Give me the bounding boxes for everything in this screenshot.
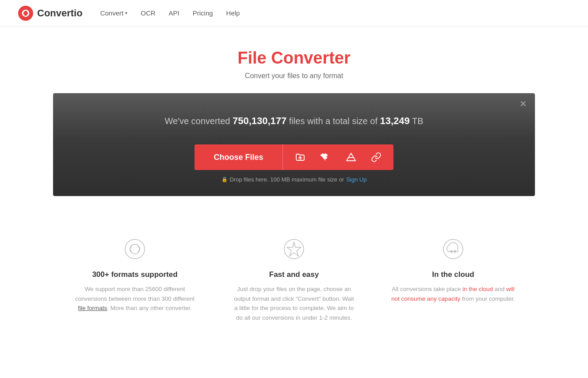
svg-point-3: [125, 239, 145, 259]
feature-fast: Fast and easy Just drop your files on th…: [232, 236, 356, 322]
drop-text: Drop files here. 100 MB maximum file siz…: [230, 176, 344, 183]
stats-size: 13,249: [380, 115, 410, 126]
feature-fast-desc: Just drop your files on the page, choose…: [232, 284, 356, 322]
folder-upload-button[interactable]: [291, 148, 309, 166]
hero-section: File Converter Convert your files to any…: [0, 26, 588, 93]
choose-files-button[interactable]: Choose Files: [195, 144, 283, 170]
choose-btn-row: Choose Files: [195, 144, 393, 170]
signup-link[interactable]: Sign Up: [346, 176, 367, 183]
logo-text: Convertio: [37, 8, 83, 19]
nav-pricing[interactable]: Pricing: [193, 9, 213, 17]
close-button[interactable]: ✕: [519, 99, 527, 108]
logo[interactable]: Convertio: [18, 5, 83, 21]
drop-info: 🔒 Drop files here. 100 MB maximum file s…: [221, 176, 367, 183]
converter-box: ✕ We've converted 750,130,177 files with…: [53, 93, 535, 196]
nav-ocr[interactable]: OCR: [141, 9, 155, 17]
nav-convert[interactable]: Convert ▾: [100, 9, 128, 17]
dropbox-button[interactable]: [317, 148, 334, 166]
feature-formats: 300+ formats supported We support more t…: [73, 236, 197, 322]
main-nav: Convert ▾ OCR API Pricing Help: [100, 9, 240, 17]
hero-subtitle: Convert your files to any format: [9, 72, 579, 80]
cloud-icon: [440, 236, 466, 262]
upload-icon-btns: [283, 144, 393, 170]
url-upload-button[interactable]: [367, 148, 385, 166]
stats-row: We've converted 750,130,177 files with a…: [53, 93, 535, 144]
chevron-down-icon: ▾: [125, 11, 127, 15]
nav-help[interactable]: Help: [226, 9, 240, 17]
logo-icon: [18, 5, 34, 21]
google-drive-button[interactable]: [342, 148, 360, 166]
feature-fast-title: Fast and easy: [232, 270, 356, 279]
feature-cloud-desc: All conversions take place in the cloud …: [391, 284, 515, 303]
svg-marker-5: [287, 242, 301, 256]
svg-point-0: [18, 6, 33, 21]
choose-section: Choose Files: [53, 144, 535, 196]
fast-icon: [281, 236, 307, 262]
feature-formats-desc: We support more than 25600 different con…: [73, 284, 197, 313]
stats-count: 750,130,177: [233, 115, 286, 126]
features-section: 300+ formats supported We support more t…: [29, 218, 559, 349]
feature-cloud: In the cloud All conversions take place …: [391, 236, 515, 322]
lock-icon: 🔒: [221, 177, 228, 182]
page-title: File Converter: [9, 49, 579, 68]
file-formats-link[interactable]: file formats: [78, 305, 107, 311]
formats-icon: [122, 236, 148, 262]
feature-formats-title: 300+ formats supported: [73, 270, 197, 279]
feature-cloud-title: In the cloud: [391, 270, 515, 279]
nav-api[interactable]: API: [169, 9, 179, 17]
